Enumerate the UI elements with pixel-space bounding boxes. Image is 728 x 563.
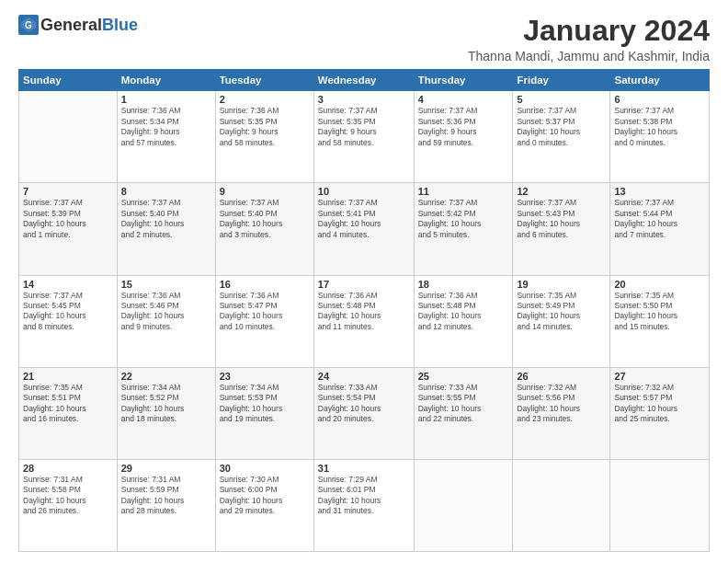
calendar-cell: 24Sunrise: 7:33 AM Sunset: 5:54 PM Dayli…: [313, 367, 414, 459]
day-info: Sunrise: 7:37 AM Sunset: 5:41 PM Dayligh…: [318, 198, 410, 240]
day-number: 9: [220, 186, 310, 197]
day-number: 4: [418, 94, 509, 105]
day-info: Sunrise: 7:31 AM Sunset: 5:58 PM Dayligh…: [23, 475, 113, 517]
location-title: Thanna Mandi, Jammu and Kashmir, India: [468, 49, 710, 63]
calendar-cell: 7Sunrise: 7:37 AM Sunset: 5:39 PM Daylig…: [19, 183, 118, 275]
calendar-cell: 27Sunrise: 7:32 AM Sunset: 5:57 PM Dayli…: [610, 367, 710, 459]
day-info: Sunrise: 7:36 AM Sunset: 5:48 PM Dayligh…: [318, 291, 410, 333]
calendar-cell: 31Sunrise: 7:29 AM Sunset: 6:01 PM Dayli…: [313, 459, 414, 551]
day-number: 7: [23, 186, 113, 197]
day-info: Sunrise: 7:37 AM Sunset: 5:39 PM Dayligh…: [23, 198, 113, 240]
day-number: 25: [418, 371, 509, 382]
day-number: 3: [318, 94, 410, 105]
day-number: 8: [121, 186, 211, 197]
calendar-cell: 13Sunrise: 7:37 AM Sunset: 5:44 PM Dayli…: [610, 183, 710, 275]
calendar-cell: 9Sunrise: 7:37 AM Sunset: 5:40 PM Daylig…: [215, 183, 313, 275]
day-info: Sunrise: 7:37 AM Sunset: 5:38 PM Dayligh…: [614, 106, 705, 148]
header-tuesday: Tuesday: [215, 70, 313, 91]
calendar-cell: [19, 91, 118, 183]
calendar-header-row: SundayMondayTuesdayWednesdayThursdayFrid…: [19, 70, 710, 91]
day-info: Sunrise: 7:29 AM Sunset: 6:01 PM Dayligh…: [318, 475, 410, 517]
calendar-cell: 15Sunrise: 7:36 AM Sunset: 5:46 PM Dayli…: [117, 275, 215, 367]
day-number: 6: [614, 94, 705, 105]
day-info: Sunrise: 7:34 AM Sunset: 5:52 PM Dayligh…: [121, 383, 211, 425]
day-info: Sunrise: 7:30 AM Sunset: 6:00 PM Dayligh…: [220, 475, 310, 517]
calendar-cell: 8Sunrise: 7:37 AM Sunset: 5:40 PM Daylig…: [117, 183, 215, 275]
calendar-cell: 25Sunrise: 7:33 AM Sunset: 5:55 PM Dayli…: [414, 367, 513, 459]
day-number: 23: [220, 371, 310, 382]
day-info: Sunrise: 7:35 AM Sunset: 5:49 PM Dayligh…: [517, 291, 606, 333]
day-number: 16: [220, 279, 310, 290]
day-number: 14: [23, 279, 113, 290]
calendar-cell: 18Sunrise: 7:36 AM Sunset: 5:48 PM Dayli…: [414, 275, 513, 367]
week-row-4: 28Sunrise: 7:31 AM Sunset: 5:58 PM Dayli…: [19, 459, 710, 551]
logo-blue: Blue: [102, 16, 138, 35]
day-number: 26: [517, 371, 606, 382]
day-info: Sunrise: 7:37 AM Sunset: 5:42 PM Dayligh…: [418, 198, 509, 240]
day-info: Sunrise: 7:35 AM Sunset: 5:50 PM Dayligh…: [614, 291, 705, 333]
week-row-1: 7Sunrise: 7:37 AM Sunset: 5:39 PM Daylig…: [19, 183, 710, 275]
svg-text:G: G: [25, 20, 32, 30]
header-wednesday: Wednesday: [313, 70, 414, 91]
day-info: Sunrise: 7:36 AM Sunset: 5:35 PM Dayligh…: [220, 106, 310, 148]
week-row-2: 14Sunrise: 7:37 AM Sunset: 5:45 PM Dayli…: [19, 275, 710, 367]
header: G General Blue January 2024 Thanna Mandi…: [18, 15, 710, 63]
day-number: 1: [121, 94, 211, 105]
day-number: 19: [517, 279, 606, 290]
day-number: 29: [121, 463, 211, 474]
calendar-cell: 26Sunrise: 7:32 AM Sunset: 5:56 PM Dayli…: [513, 367, 610, 459]
header-monday: Monday: [117, 70, 215, 91]
calendar-cell: 5Sunrise: 7:37 AM Sunset: 5:37 PM Daylig…: [513, 91, 610, 183]
header-sunday: Sunday: [19, 70, 118, 91]
day-number: 22: [121, 371, 211, 382]
day-info: Sunrise: 7:37 AM Sunset: 5:37 PM Dayligh…: [517, 106, 606, 148]
calendar-cell: 10Sunrise: 7:37 AM Sunset: 5:41 PM Dayli…: [313, 183, 414, 275]
header-friday: Friday: [513, 70, 610, 91]
calendar-cell: 29Sunrise: 7:31 AM Sunset: 5:59 PM Dayli…: [117, 459, 215, 551]
calendar-cell: [610, 459, 710, 551]
calendar-cell: 20Sunrise: 7:35 AM Sunset: 5:50 PM Dayli…: [610, 275, 710, 367]
day-number: 27: [614, 371, 705, 382]
logo: G General Blue: [18, 15, 138, 35]
day-info: Sunrise: 7:37 AM Sunset: 5:40 PM Dayligh…: [220, 198, 310, 240]
title-block: January 2024 Thanna Mandi, Jammu and Kas…: [468, 15, 710, 63]
calendar-cell: 6Sunrise: 7:37 AM Sunset: 5:38 PM Daylig…: [610, 91, 710, 183]
day-info: Sunrise: 7:37 AM Sunset: 5:36 PM Dayligh…: [418, 106, 509, 148]
page: G General Blue January 2024 Thanna Mandi…: [0, 0, 728, 563]
day-info: Sunrise: 7:31 AM Sunset: 5:59 PM Dayligh…: [121, 475, 211, 517]
week-row-0: 1Sunrise: 7:36 AM Sunset: 5:34 PM Daylig…: [19, 91, 710, 183]
day-info: Sunrise: 7:36 AM Sunset: 5:34 PM Dayligh…: [121, 106, 211, 148]
calendar-cell: 12Sunrise: 7:37 AM Sunset: 5:43 PM Dayli…: [513, 183, 610, 275]
calendar-cell: 19Sunrise: 7:35 AM Sunset: 5:49 PM Dayli…: [513, 275, 610, 367]
day-info: Sunrise: 7:37 AM Sunset: 5:35 PM Dayligh…: [318, 106, 410, 148]
calendar-table: SundayMondayTuesdayWednesdayThursdayFrid…: [18, 69, 710, 552]
calendar-cell: 23Sunrise: 7:34 AM Sunset: 5:53 PM Dayli…: [215, 367, 313, 459]
day-info: Sunrise: 7:37 AM Sunset: 5:45 PM Dayligh…: [23, 291, 113, 333]
day-info: Sunrise: 7:36 AM Sunset: 5:48 PM Dayligh…: [418, 291, 509, 333]
calendar-cell: 4Sunrise: 7:37 AM Sunset: 5:36 PM Daylig…: [414, 91, 513, 183]
day-info: Sunrise: 7:36 AM Sunset: 5:47 PM Dayligh…: [220, 291, 310, 333]
day-number: 18: [418, 279, 509, 290]
calendar-cell: 11Sunrise: 7:37 AM Sunset: 5:42 PM Dayli…: [414, 183, 513, 275]
header-saturday: Saturday: [610, 70, 710, 91]
day-info: Sunrise: 7:35 AM Sunset: 5:51 PM Dayligh…: [23, 383, 113, 425]
day-info: Sunrise: 7:33 AM Sunset: 5:54 PM Dayligh…: [318, 383, 410, 425]
calendar-cell: [414, 459, 513, 551]
day-number: 11: [418, 186, 509, 197]
day-number: 17: [318, 279, 410, 290]
day-number: 24: [318, 371, 410, 382]
calendar-cell: 3Sunrise: 7:37 AM Sunset: 5:35 PM Daylig…: [313, 91, 414, 183]
day-number: 28: [23, 463, 113, 474]
logo-icon: G: [18, 15, 39, 35]
header-thursday: Thursday: [414, 70, 513, 91]
day-number: 20: [614, 279, 705, 290]
calendar-cell: 1Sunrise: 7:36 AM Sunset: 5:34 PM Daylig…: [117, 91, 215, 183]
day-number: 10: [318, 186, 410, 197]
day-number: 30: [220, 463, 310, 474]
day-number: 13: [614, 186, 705, 197]
day-info: Sunrise: 7:32 AM Sunset: 5:57 PM Dayligh…: [614, 383, 705, 425]
calendar-cell: 30Sunrise: 7:30 AM Sunset: 6:00 PM Dayli…: [215, 459, 313, 551]
day-number: 21: [23, 371, 113, 382]
calendar-cell: 14Sunrise: 7:37 AM Sunset: 5:45 PM Dayli…: [19, 275, 118, 367]
calendar-cell: 2Sunrise: 7:36 AM Sunset: 5:35 PM Daylig…: [215, 91, 313, 183]
